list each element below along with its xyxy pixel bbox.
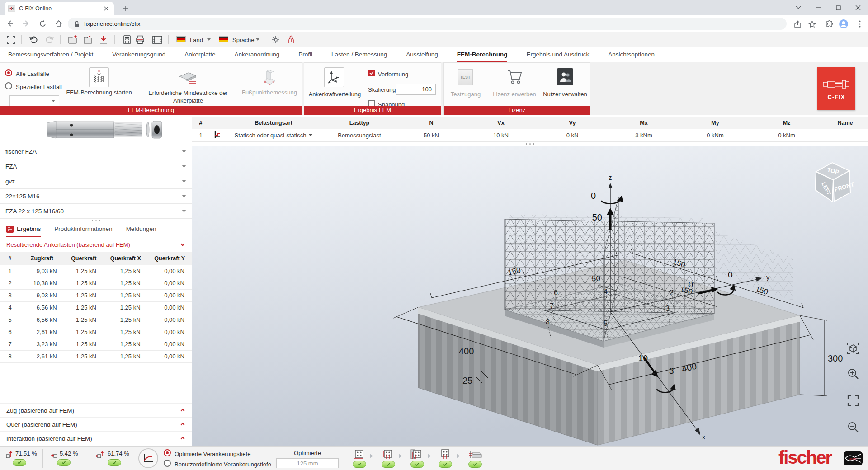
browser-tab[interactable]: C-FIX Online (5, 2, 114, 15)
select-article[interactable]: FZA 22 x 125 M16/60 (0, 204, 192, 219)
product-sidebar: fischer FZA FZA gvz 22×125 M16 FZA 22 x … (0, 115, 192, 446)
tab-lasten-bemessung[interactable]: Lasten / Bemessung (331, 47, 387, 62)
tab-bemessungsverfahren[interactable]: Bemessungsverfahren / Projekt (8, 47, 93, 62)
section-interaktion[interactable]: Interaktion (basierend auf FEM) (0, 431, 192, 445)
table-resize-handle[interactable] (192, 142, 868, 146)
tab-ankeranordnung[interactable]: Ankeranordnung (234, 47, 279, 62)
share-icon[interactable] (792, 19, 803, 29)
redo-icon[interactable] (44, 34, 55, 45)
tab-fem-berechnung[interactable]: FEM-Berechnung (457, 47, 508, 62)
select-size[interactable]: 22×125 M16 (0, 189, 192, 204)
table-row: 19,03 kN1,25 kN1,25 kN0,00 kN (0, 265, 192, 277)
video-icon[interactable] (152, 34, 163, 45)
fem-start-label[interactable]: FEM-Berechnung starten (54, 89, 144, 96)
forward-button[interactable] (20, 17, 33, 30)
belastungsart-select[interactable]: Statisch oder quasi-statisch (226, 132, 321, 139)
fem-start-icon[interactable] (89, 67, 109, 87)
lastfall-select[interactable] (9, 95, 59, 106)
extensions-icon[interactable] (824, 19, 835, 29)
browser-tab-strip: C-FIX Online (0, 0, 868, 15)
anchor-force-label[interactable]: Ankerkraftverteilung (304, 91, 365, 98)
close-window-button[interactable] (848, 0, 868, 15)
select-coating[interactable]: gvz (0, 174, 192, 189)
tab-aussteifung[interactable]: Aussteifung (406, 47, 438, 62)
dim-thickness-25: 25 (462, 376, 472, 385)
select-anchor-family[interactable]: fischer FZA (0, 144, 192, 159)
chevron-up-icon (180, 436, 185, 441)
site-favicon-icon (8, 5, 15, 12)
tab-produktinformationen[interactable]: Produktinformationen (54, 222, 112, 237)
fullscreen-view-icon[interactable] (846, 394, 860, 408)
testzugang-icon: TEST (458, 69, 473, 85)
tab-meldungen[interactable]: Meldungen (126, 222, 156, 237)
new-tab-button[interactable] (120, 3, 131, 14)
tab-search-icon[interactable] (788, 0, 808, 15)
sprache-caret-icon[interactable] (256, 38, 259, 41)
home-button[interactable] (52, 17, 65, 30)
load-displacement-icon[interactable] (138, 448, 158, 468)
dim-plate-left-400: 400 (459, 346, 474, 356)
back-button[interactable] (4, 17, 16, 30)
fischer-fish-badge: fischer (844, 451, 863, 466)
new-project-icon[interactable] (68, 34, 79, 45)
load-table-row[interactable]: 1 Statisch oder quasi-statisch Bemessung… (192, 129, 868, 142)
section-zug-label: Zug (basierend auf FEM) (6, 407, 74, 414)
tab-ergebnis[interactable]: Ergebnis (6, 222, 41, 237)
radio-alle-lastfaelle[interactable] (5, 69, 12, 78)
nutzer-verwalten-label[interactable]: Nutzer verwalten (540, 91, 590, 98)
address-bar[interactable]: fixperience.online/cfix (68, 18, 787, 30)
sprache-label[interactable]: Sprache (232, 37, 254, 43)
chevron-down-icon (182, 165, 186, 168)
reload-button[interactable] (36, 17, 49, 30)
skalierung-input[interactable] (396, 84, 436, 95)
land-caret-icon[interactable] (207, 38, 211, 41)
minimize-button[interactable] (808, 0, 828, 15)
combined-utilization-value: 61,74 % (108, 450, 129, 457)
nutzer-verwalten-icon[interactable] (557, 68, 573, 85)
save-download-icon[interactable] (98, 34, 109, 45)
fit-view-icon[interactable] (846, 342, 860, 355)
user-info-icon[interactable] (286, 34, 297, 45)
anchor-force-icon[interactable] (324, 67, 344, 87)
tab-verankerungsgrund[interactable]: Verankerungsgrund (112, 47, 165, 62)
settings-gear-icon[interactable] (270, 34, 281, 45)
section-zug[interactable]: Zug (basierend auf FEM) (0, 403, 192, 417)
tension-utilization-value: 71,51 % (15, 450, 37, 457)
radio-spezieller-lastfall[interactable] (5, 82, 12, 91)
min-thickness-icon[interactable] (177, 70, 198, 85)
viewport-3d[interactable]: z 0 50 y 0 0 x 10 3 (192, 146, 868, 446)
ribbon-bar-fem: FEM-Berechnung (0, 106, 302, 115)
table-row: 82,61 kN1,25 kN1,25 kN0,00 kN (0, 350, 192, 362)
calculator-icon[interactable] (122, 34, 132, 45)
radio-benutzerdefinierte-tiefe[interactable] (164, 460, 171, 468)
maximize-button[interactable] (828, 0, 848, 15)
lizenz-erwerben-label[interactable]: Lizenz erwerben (489, 91, 540, 98)
tab-ergebnis-ausdruck[interactable]: Ergebnis und Ausdruck (526, 47, 589, 62)
select-anchor-type[interactable]: FZA (0, 159, 192, 174)
open-project-icon[interactable] (83, 34, 94, 45)
land-label[interactable]: Land (190, 37, 203, 43)
browser-menu-icon[interactable] (854, 19, 865, 29)
tab-ankerplatte[interactable]: Ankerplatte (184, 47, 215, 62)
fullscreen-icon[interactable] (5, 34, 16, 45)
profile-avatar[interactable] (838, 19, 849, 29)
skalierung-label: Skalierung (368, 86, 396, 93)
print-icon[interactable] (135, 34, 146, 45)
tab-close-icon[interactable] (102, 5, 110, 13)
undo-icon[interactable] (28, 34, 39, 45)
radio-optimierte-tiefe[interactable] (164, 449, 171, 458)
section-quer[interactable]: Quer (basierend auf FEM) (0, 417, 192, 431)
chevron-up-icon (180, 422, 185, 427)
depth-input[interactable] (276, 458, 339, 468)
radio-alle-lastfaelle-label: Alle Lastfälle (16, 70, 49, 77)
min-thickness-label[interactable]: Erforderliche Mindestdicke der Ankerplat… (145, 89, 231, 104)
zoom-out-icon[interactable] (846, 420, 860, 434)
section-resultierende-ankerlasten[interactable]: Resultierende Ankerlasten (basierend auf… (0, 237, 192, 252)
lizenz-erwerben-icon[interactable] (506, 68, 523, 85)
section-interaktion-label: Interaktion (basierend auf FEM) (6, 435, 92, 442)
tab-profil[interactable]: Profil (298, 47, 312, 62)
tab-ansichtsoptionen[interactable]: Ansichtsoptionen (608, 47, 655, 62)
verformung-checkbox[interactable] (368, 70, 375, 76)
zoom-in-icon[interactable] (846, 367, 860, 381)
bookmark-star-icon[interactable] (807, 19, 817, 29)
